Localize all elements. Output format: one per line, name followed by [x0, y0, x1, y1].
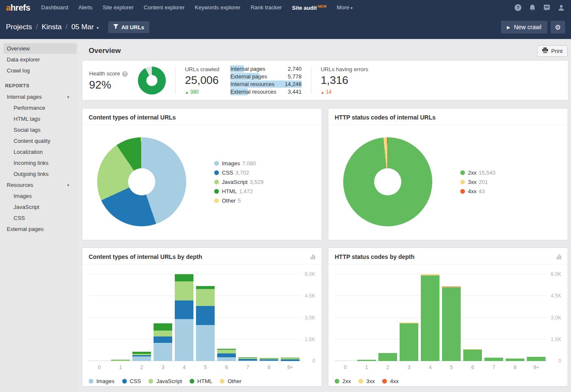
- bar-segment-html: [132, 352, 151, 354]
- bar-stack-depth-8[interactable]: [260, 358, 278, 361]
- nav-item-rank-tracker[interactable]: Rank tracker: [251, 4, 282, 11]
- legend-item-3xx[interactable]: 3xx201: [460, 179, 495, 185]
- donut-chart[interactable]: [97, 137, 186, 226]
- sidebar-item-crawl-log[interactable]: Crawl log: [3, 65, 77, 76]
- bar-stack-depth-2[interactable]: [378, 353, 397, 361]
- status-codes-donut-card: HTTP status codes of internal URLs2xx15,…: [328, 108, 568, 240]
- bar-stack-depth-3[interactable]: [400, 322, 418, 361]
- sidebar-item-data-explorer[interactable]: Data explorer: [3, 54, 77, 65]
- bar-stack-depth-6[interactable]: [217, 349, 236, 361]
- bar-stack-depth-8[interactable]: [506, 358, 524, 361]
- legend-item-css[interactable]: CSS: [122, 378, 141, 384]
- legend-item-4xx[interactable]: 4xx: [382, 378, 398, 384]
- charts-grid: Content types of internal URLsImages7,08…: [82, 108, 568, 386]
- nav-item-site-explorer[interactable]: Site explorer: [103, 4, 134, 11]
- legend-item-2xx[interactable]: 2xx: [335, 378, 351, 384]
- x-tick-label: 2: [377, 364, 398, 370]
- sidebar-item-html-tags[interactable]: HTML tags: [3, 114, 77, 124]
- breakdown-label: Internal pages: [230, 66, 265, 72]
- health-score-donut[interactable]: [138, 67, 166, 95]
- chart-legend: 2xx15,5433xx2014xx43: [460, 167, 495, 197]
- sidebar-item-localization[interactable]: Localization: [3, 147, 77, 157]
- sidebar-item-javascript[interactable]: JavaScript: [3, 202, 77, 212]
- bar-stack-depth-5[interactable]: [196, 286, 215, 361]
- legend-item-javascript[interactable]: JavaScript3,529: [214, 179, 263, 185]
- bar-stack-depth-7[interactable]: [484, 358, 503, 361]
- chart-title: HTTP status codes of internal URLs: [335, 114, 436, 121]
- legend-item-javascript[interactable]: JavaScript: [148, 378, 182, 384]
- nav-item-site-audit[interactable]: Site auditNEW: [292, 4, 327, 11]
- legend-item-html[interactable]: HTML1,472: [214, 188, 263, 195]
- x-tick-label: 8: [504, 364, 526, 370]
- bar-stack-depth-0[interactable]: [90, 361, 109, 361]
- bar-stack-depth-4[interactable]: [175, 274, 193, 361]
- nav-item-keywords-explorer[interactable]: Keywords explorer: [195, 4, 241, 11]
- nav-item-alerts[interactable]: Alerts: [78, 4, 92, 11]
- legend-dot-icon: [382, 379, 387, 384]
- legend-item-4xx[interactable]: 4xx43: [460, 188, 495, 195]
- breadcrumb-item-05-mar[interactable]: 05 Mar ▾: [71, 23, 99, 31]
- bar-stack-depth-7[interactable]: [238, 357, 257, 361]
- account-icon[interactable]: [557, 4, 565, 11]
- breadcrumb-item-kinsta[interactable]: Kinsta: [42, 23, 62, 31]
- legend-item-2xx[interactable]: 2xx15,543: [460, 170, 495, 176]
- bar-stack-depth-9+[interactable]: [527, 357, 546, 361]
- chevron-down-icon: ▾: [67, 183, 73, 187]
- sidebar-item-content-quality[interactable]: Content quality: [3, 136, 77, 146]
- new-crawl-button[interactable]: ▶ New crawl: [501, 21, 547, 33]
- bar-stack-depth-1[interactable]: [111, 359, 130, 361]
- urls-errors-delta: ▲ 14: [321, 89, 368, 95]
- nav-item-content-explorer[interactable]: Content explorer: [144, 4, 185, 11]
- sidebar-item-outgoing-links[interactable]: Outgoing links: [3, 169, 77, 179]
- x-axis-labels: 0123456789+: [335, 364, 547, 371]
- bar-stack-depth-9+[interactable]: [281, 357, 299, 361]
- y-tick-label: 6.0K: [551, 271, 561, 277]
- bar-segment-3xx: [421, 274, 439, 275]
- nav-item-more[interactable]: More▾: [337, 4, 353, 11]
- sidebar-item-internal-pages[interactable]: Internal pages▾: [3, 92, 77, 102]
- bar-stack-depth-6[interactable]: [463, 349, 482, 361]
- all-urls-filter-button[interactable]: All URLs: [108, 21, 149, 33]
- print-button[interactable]: Print: [537, 45, 568, 57]
- bar-stack-depth-1[interactable]: [357, 359, 376, 361]
- toolbar-right: ▶ New crawl ⚙: [501, 21, 565, 33]
- bar-segment-2xx: [506, 359, 524, 361]
- bar-stack-depth-4[interactable]: [421, 274, 439, 361]
- crawl-settings-button[interactable]: ⚙: [551, 21, 565, 33]
- sidebar-item-css[interactable]: CSS: [3, 213, 77, 223]
- x-tick-label: 7: [483, 364, 504, 370]
- bar-stack-depth-2[interactable]: [132, 351, 151, 361]
- nav-item-dashboard[interactable]: Dashboard: [41, 4, 68, 11]
- ahrefs-logo[interactable]: ahrefs: [6, 3, 30, 13]
- legend-value: 3,529: [250, 179, 264, 185]
- legend-item-other[interactable]: Other: [220, 378, 241, 384]
- legend-item-3xx[interactable]: 3xx: [358, 378, 375, 384]
- help-tooltip-icon[interactable]: ?: [122, 71, 128, 77]
- legend-item-css[interactable]: CSS3,702: [214, 170, 263, 176]
- legend-item-images[interactable]: Images: [89, 378, 115, 384]
- sidebar-item-incoming-links[interactable]: Incoming links: [3, 158, 77, 168]
- legend-item-html[interactable]: HTML: [190, 378, 212, 384]
- primary-nav: DashboardAlertsSite explorerContent expl…: [41, 4, 514, 11]
- bar-stack-depth-3[interactable]: [154, 323, 172, 361]
- sidebar-item-images[interactable]: Images: [3, 191, 77, 201]
- sidebar-item-resources[interactable]: Resources▾: [3, 180, 77, 190]
- sidebar-item-performance[interactable]: Performance: [3, 103, 77, 113]
- feedback-icon[interactable]: [543, 4, 551, 11]
- bar-chart-icon[interactable]: [557, 254, 561, 259]
- bar-segment-2xx: [421, 275, 439, 361]
- legend-dot-icon: [220, 379, 224, 384]
- legend-item-other[interactable]: Other5: [214, 197, 263, 204]
- legend-item-images[interactable]: Images7,080: [214, 160, 263, 167]
- bar-chart-icon[interactable]: [311, 254, 315, 259]
- bar-segment-css: [175, 300, 193, 319]
- notifications-icon[interactable]: [529, 4, 536, 11]
- sidebar-item-social-tags[interactable]: Social tags: [3, 125, 77, 135]
- breadcrumb-item-projects[interactable]: Projects: [6, 23, 32, 31]
- bar-segment-html: [217, 349, 236, 350]
- sidebar-item-external-pages[interactable]: External pages: [3, 224, 77, 234]
- sidebar-item-overview[interactable]: Overview: [3, 43, 77, 54]
- help-icon[interactable]: ?: [514, 4, 522, 11]
- donut-chart[interactable]: [343, 137, 432, 226]
- bar-stack-depth-5[interactable]: [442, 286, 461, 361]
